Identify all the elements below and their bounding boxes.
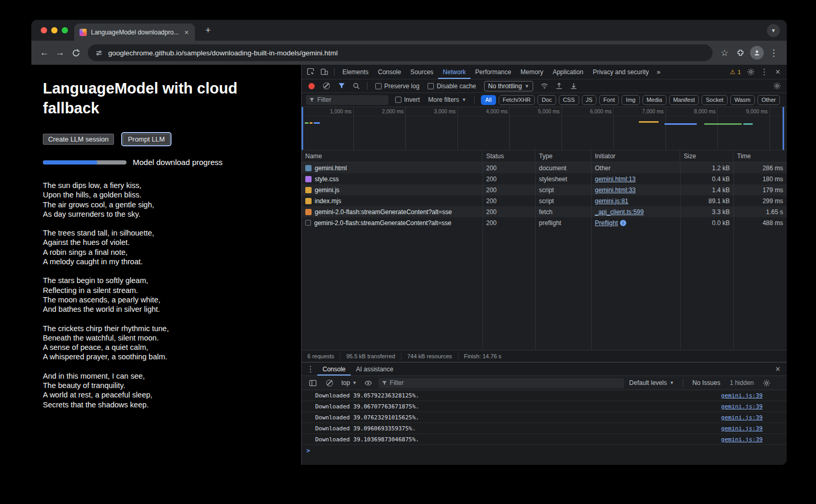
request-type-filter-chip[interactable]: Socket [702,95,728,105]
issues-status[interactable]: No Issues [689,379,723,386]
console-prompt[interactable]: > [302,445,787,456]
column-divider[interactable] [733,162,734,350]
column-header-name[interactable]: Name [302,150,482,162]
minimize-window-button[interactable] [51,27,58,33]
network-request-row[interactable]: gemini.html 200 document Other i 1.2 kB … [302,162,787,173]
console-source-link[interactable]: gemini.js:39 [715,436,763,443]
browser-menu-icon[interactable]: ⋮ [766,45,781,61]
browser-tab[interactable]: LanguageModel downloadpro... × [74,24,195,41]
console-source-link[interactable]: gemini.js:39 [715,425,763,432]
device-toolbar-icon[interactable] [317,66,331,78]
column-divider[interactable] [535,162,536,350]
network-settings-icon[interactable] [770,80,784,92]
console-sidebar-icon[interactable] [306,377,319,389]
column-header-time[interactable]: Time [733,150,787,162]
drawer-close-icon[interactable]: × [771,364,785,375]
column-divider[interactable] [482,162,483,350]
preflight-info-icon[interactable]: i [620,220,626,226]
more-panels-button[interactable]: » [653,65,663,79]
profile-avatar[interactable] [750,46,764,60]
devtools-tab[interactable]: Performance [470,65,516,79]
network-request-row[interactable]: index.mjs 200 script gemini.js:81 i 89.1… [302,195,787,206]
forward-button[interactable]: → [52,45,68,61]
request-type-filter-chip[interactable]: Wasm [730,95,755,105]
disable-cache-checkbox[interactable]: Disable cache [424,83,479,90]
network-request-row[interactable]: gemini.js 200 script gemini.html:33 i 1.… [302,184,787,195]
hidden-messages-count[interactable]: 1 hidden [727,379,757,386]
devtools-settings-icon[interactable] [744,66,757,78]
close-window-button[interactable] [41,27,47,33]
initiator-link[interactable]: gemini.js:81 [595,197,628,205]
preserve-log-checkbox[interactable]: Preserve log [372,83,423,90]
record-network-log-button[interactable] [308,83,315,89]
console-context-select[interactable]: top ▼ [340,379,359,386]
drawer-tab[interactable]: AI assistance [351,362,398,376]
console-filter-input[interactable]: Filter [378,378,624,388]
devtools-tab[interactable]: Elements [338,65,373,79]
request-type-filter-chip[interactable]: CSS [559,95,579,105]
import-har-icon[interactable] [552,80,566,92]
maximize-window-button[interactable] [62,27,68,33]
extensions-icon[interactable] [732,45,748,61]
request-type-filter-chip[interactable]: Doc [537,95,556,105]
address-bar[interactable]: googlechrome.github.io/samples/downloadi… [88,44,712,61]
tab-search-button[interactable]: ▼ [767,24,780,37]
search-icon[interactable] [349,80,363,92]
console-source-link[interactable]: gemini.js:39 [715,392,763,399]
initiator-link[interactable]: Preflight [595,219,618,227]
network-request-row[interactable]: gemini-2.0-flash:streamGenerateContent?a… [302,206,787,217]
clear-network-log-button[interactable] [323,83,330,89]
export-har-icon[interactable] [567,80,580,92]
network-conditions-icon[interactable] [537,80,551,92]
request-type-filter-chip[interactable]: JS [582,95,597,105]
devtools-tab[interactable]: Network [438,65,470,79]
request-type-filter-chip[interactable]: Media [642,95,666,105]
overview-window-handle-left[interactable] [302,107,303,150]
request-type-filter-chip[interactable]: Other [757,95,780,105]
initiator-link[interactable]: Other [595,165,611,172]
devtools-tab[interactable]: Console [373,65,406,79]
prompt-llm-button[interactable]: Prompt LLM [123,134,170,145]
log-levels-select[interactable]: Default levels ▼ [627,379,676,386]
request-type-filter-chip[interactable]: Fetch/XHR [499,95,535,105]
initiator-link[interactable]: gemini.html:13 [595,175,636,183]
new-tab-button[interactable]: + [202,25,214,37]
site-info-icon[interactable] [95,49,103,57]
devtools-tab[interactable]: Sources [406,65,438,79]
column-header-initiator[interactable]: Initiator [591,150,680,162]
invert-filter-checkbox[interactable]: Invert [392,96,423,103]
column-divider[interactable] [591,162,592,350]
console-settings-icon[interactable] [760,377,774,389]
devtools-tab[interactable]: Privacy and security [588,65,653,79]
column-header-size[interactable]: Size [680,150,733,162]
devtools-tab[interactable]: Application [548,65,588,79]
devtools-tab[interactable]: Memory [516,65,548,79]
throttling-select[interactable]: No throttling ▼ [484,81,534,91]
initiator-link[interactable]: gemini.html:33 [595,186,636,194]
live-expression-eye-icon[interactable] [362,377,375,389]
devtools-close-icon[interactable]: × [771,66,785,78]
tab-close-icon[interactable]: × [183,28,190,37]
create-llm-session-button[interactable]: Create LLM session [43,134,114,145]
network-request-row[interactable]: style.css 200 stylesheet gemini.html:13 … [302,173,787,184]
column-divider[interactable] [680,162,681,350]
request-type-filter-chip[interactable]: Font [599,95,619,105]
back-button[interactable]: ← [37,45,52,61]
more-filters-button[interactable]: More filters ▼ [427,96,468,103]
column-header-type[interactable]: Type [535,150,591,162]
request-type-filter-chip[interactable]: Manifest [669,95,699,105]
network-overview-timeline[interactable]: 1,000 ms2,000 ms3,000 ms4,000 ms5,000 ms… [302,107,787,150]
initiator-link[interactable]: _api_client.ts:599 [595,208,643,216]
console-source-link[interactable]: gemini.js:39 [715,414,763,421]
inspect-element-icon[interactable] [304,66,317,78]
network-filter-input[interactable]: Filter [306,95,388,105]
console-source-link[interactable]: gemini.js:39 [715,403,763,410]
bookmark-star-icon[interactable]: ☆ [717,45,732,61]
drawer-menu-icon[interactable]: ⋮ [304,364,317,375]
request-type-filter-chip[interactable]: All [481,95,496,105]
overview-window-handle-right[interactable] [783,107,784,150]
devtools-menu-icon[interactable]: ⋮ [757,66,771,78]
column-header-status[interactable]: Status [482,150,535,162]
clear-console-button[interactable] [326,380,333,386]
network-request-row[interactable]: gemini-2.0-flash:streamGenerateContent?a… [302,217,787,228]
